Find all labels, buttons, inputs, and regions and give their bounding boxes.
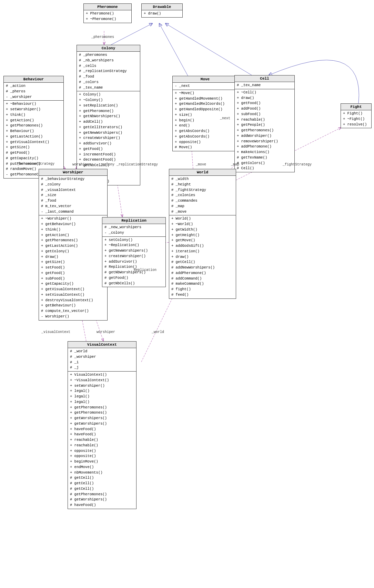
diagram-container: Pheromone + Pheromone() + ~Pheromone() D… <box>0 0 374 588</box>
replication-title: Replication <box>102 217 165 224</box>
behaviour-title: Behaviour <box>4 76 63 83</box>
worshiper-title: Worshiper <box>39 169 107 176</box>
pheromone-title: Pheromone <box>84 4 131 10</box>
label-fight-strategy: _fightStrategy <box>283 163 312 166</box>
fight-title: Fight <box>341 104 371 110</box>
label-replication: Replication <box>134 268 156 272</box>
label-map: _map <box>231 163 239 166</box>
label-worshiper2: worshiper <box>97 330 115 334</box>
visualcontext-title: VisualContext <box>68 342 136 348</box>
visualcontext-methods: + VisualContext() + ~VisualContext() + s… <box>68 372 136 509</box>
worshiper-fields: # _behaviourStrategy # _colony # _visual… <box>39 176 107 215</box>
visualcontext-fields: # _world # _worshiper # _i # _j <box>68 348 136 372</box>
world-class: World # _width # _height # _fightStrateg… <box>169 169 236 299</box>
fight-class: Fight + Fight() + ~Fight() + resolve() <box>341 103 372 128</box>
world-fields: # _width # _height # _fightStrategy # _c… <box>169 176 236 215</box>
visualcontext-class: VisualContext # _world # _worshiper # _i… <box>68 341 137 509</box>
label-behaviour-strategy: _behaviourStrategy <box>17 162 54 166</box>
world-methods: + World() + ~World() + getWidth() + getH… <box>169 215 236 298</box>
drawable-class: Drawable + draw() <box>141 3 183 18</box>
svg-line-3 <box>111 23 152 45</box>
colony-title: Colony <box>77 45 140 52</box>
move-methods: + ~Move() + getHandledMovement() + getHa… <box>173 90 237 151</box>
move-fields: - _next <box>173 83 237 90</box>
label-world: _world <box>152 330 164 334</box>
move-title: Move <box>173 76 237 83</box>
label-move: _move <box>196 163 206 166</box>
world-title: World <box>169 169 236 176</box>
pheromone-class: Pheromone + Pheromone() + ~Pheromone() <box>83 3 132 23</box>
svg-line-5 <box>159 23 188 76</box>
drawable-methods: + draw() <box>142 10 182 17</box>
svg-line-4 <box>165 23 252 75</box>
label-visual-context: _visualContext <box>41 330 70 334</box>
fight-methods: + Fight() + ~Fight() + resolve() <box>341 110 371 128</box>
move-class: Move - _next + ~Move() + getHandledMovem… <box>172 76 238 151</box>
label-pheromones: _pheromones <box>91 35 114 39</box>
pheromone-methods: + Pheromone() + ~Pheromone() <box>84 10 131 23</box>
cell-title: Cell <box>235 75 294 82</box>
cell-class: Cell # _tex_name + ~Cell() + draw() + ge… <box>234 75 295 172</box>
label-colony-replication: _colony _replicationStrategy <box>100 163 158 166</box>
replication-class: Replication # _new_worshipers - _colony … <box>102 217 166 287</box>
colony-fields: # _pheromones # _nb_worshipers # _cells … <box>77 52 140 91</box>
cell-fields: # _tex_name <box>235 82 294 89</box>
replication-fields: # _new_worshipers - _colony <box>102 224 165 237</box>
label-next: _next <box>220 116 230 120</box>
behaviour-fields: # _action # _pheros - _worshiper <box>4 83 63 101</box>
label-worshiper-colony: worshiper <box>72 163 91 166</box>
behaviour-methods: + ~Behaviour() + setWorshiper() + think(… <box>4 101 63 178</box>
cell-methods: + ~Cell() + draw() + getFood() + addFood… <box>235 89 294 172</box>
svg-line-12 <box>192 148 193 169</box>
drawable-title: Drawable <box>142 4 182 10</box>
worshiper-methods: + ~Worshiper() + getBehaviour() + think(… <box>39 215 107 320</box>
worshiper-class: Worshiper # _behaviourStrategy # _colony… <box>39 169 108 321</box>
replication-methods: + setColony() + ~Replication() + getNewW… <box>102 237 165 287</box>
